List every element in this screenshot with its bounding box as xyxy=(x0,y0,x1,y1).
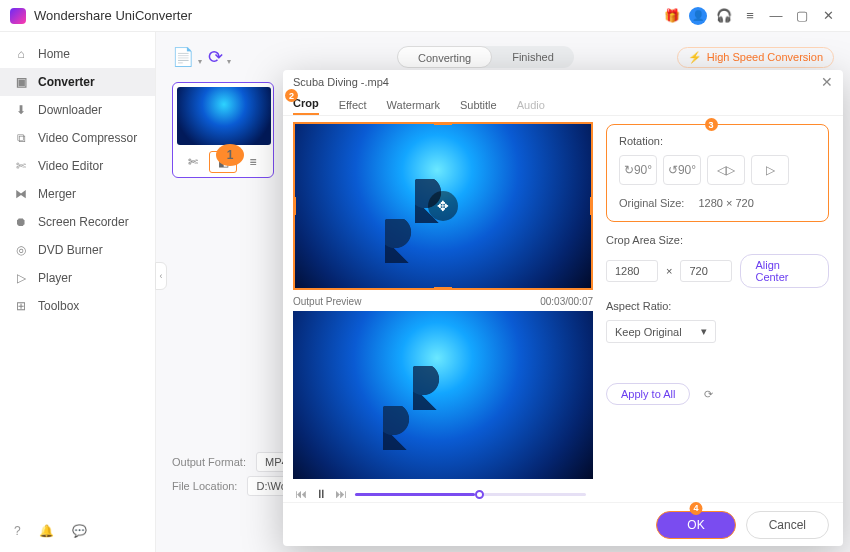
sidebar-item-label: Converter xyxy=(38,75,95,89)
badge-1: 1 xyxy=(216,144,244,166)
sidebar-item-label: Downloader xyxy=(38,103,102,117)
sidebar-item-toolbox[interactable]: ⊞Toolbox xyxy=(0,292,155,320)
editor-filename: Scuba Diving -.mp4 xyxy=(293,76,389,88)
sidebar-item-recorder[interactable]: ⏺Screen Recorder xyxy=(0,208,155,236)
sidebar-item-label: Home xyxy=(38,47,70,61)
crop-icon[interactable]: ◧ 1 xyxy=(209,151,237,173)
help-icon[interactable]: ? xyxy=(14,524,21,538)
window-close-button[interactable]: ✕ xyxy=(816,4,840,28)
sidebar-item-player[interactable]: ▷Player xyxy=(0,264,155,292)
aspect-ratio-select[interactable]: Keep Original ▾ xyxy=(606,320,716,343)
sidebar-item-converter[interactable]: ▣Converter xyxy=(0,68,155,96)
compress-icon: ⧉ xyxy=(14,131,28,145)
apply-to-all-button[interactable]: Apply to All xyxy=(606,383,690,405)
window-max-button[interactable]: ▢ xyxy=(790,4,814,28)
chat-icon[interactable]: 💬 xyxy=(72,524,87,538)
output-preview xyxy=(293,311,593,479)
grid-icon: ⊞ xyxy=(14,299,28,313)
converter-icon: ▣ xyxy=(14,75,28,89)
sidebar-item-dvd[interactable]: ◎DVD Burner xyxy=(0,236,155,264)
sidebar-item-label: Player xyxy=(38,271,72,285)
support-icon[interactable]: 🎧 xyxy=(712,4,736,28)
playback-controls: ⏮ ⏸ ⏭ xyxy=(293,487,588,501)
ok-label: OK xyxy=(687,518,704,532)
playback-time: 00:03/00:07 xyxy=(540,296,593,307)
crop-handle-left[interactable] xyxy=(293,197,296,215)
ok-button[interactable]: 4 OK xyxy=(656,511,735,539)
original-size-value: 1280 × 720 xyxy=(698,197,753,209)
pause-button[interactable]: ⏸ xyxy=(315,487,327,501)
diver-silhouette xyxy=(413,366,447,410)
tab-crop[interactable]: Crop 2 xyxy=(293,97,319,115)
trim-icon[interactable]: ✄ xyxy=(179,151,207,173)
close-icon[interactable]: ✕ xyxy=(821,74,833,90)
badge-4: 4 xyxy=(689,502,702,515)
crop-width-input[interactable] xyxy=(606,260,658,282)
reset-icon[interactable]: ⟳ xyxy=(704,388,713,401)
sidebar-item-label: Video Editor xyxy=(38,159,103,173)
gift-icon[interactable]: 🎁 xyxy=(660,4,684,28)
rotate-cw-button[interactable]: ↻90° xyxy=(619,155,657,185)
rotation-label: Rotation: xyxy=(619,135,816,147)
rotate-ccw-button[interactable]: ↺90° xyxy=(663,155,701,185)
rotation-panel: 3 Rotation: ↻90° ↺90° ◁▷ ▷ Original Size… xyxy=(606,124,829,222)
bell-icon[interactable]: 🔔 xyxy=(39,524,54,538)
next-button[interactable]: ⏭ xyxy=(335,487,347,501)
file-card[interactable]: ✄ ◧ 1 ≡ xyxy=(172,82,274,178)
status-segment: Converting Finished xyxy=(397,46,574,68)
menu-icon[interactable]: ≡ xyxy=(738,4,762,28)
sidebar: ⌂Home ▣Converter ⬇Downloader ⧉Video Comp… xyxy=(0,32,155,552)
record-icon: ⏺ xyxy=(14,215,28,229)
sidebar-item-label: Screen Recorder xyxy=(38,215,129,229)
home-icon: ⌂ xyxy=(14,47,28,61)
prev-button[interactable]: ⏮ xyxy=(295,487,307,501)
add-folder-button[interactable]: ⟳▾ xyxy=(208,46,223,68)
badge-3: 3 xyxy=(705,118,718,131)
sidebar-item-home[interactable]: ⌂Home xyxy=(0,40,155,68)
sidebar-item-compressor[interactable]: ⧉Video Compressor xyxy=(0,124,155,152)
badge-2: 2 xyxy=(285,89,298,102)
tab-converting[interactable]: Converting xyxy=(397,46,492,68)
seek-slider[interactable] xyxy=(355,493,586,496)
diver-silhouette xyxy=(383,406,417,450)
content-toolbar: 📄▾ ⟳▾ Converting Finished ⚡High Speed Co… xyxy=(172,40,834,74)
hsc-label: High Speed Conversion xyxy=(707,51,823,63)
add-file-button[interactable]: 📄▾ xyxy=(172,46,194,68)
sidebar-item-label: DVD Burner xyxy=(38,243,103,257)
sidebar-item-label: Merger xyxy=(38,187,76,201)
disc-icon: ◎ xyxy=(14,243,28,257)
account-icon[interactable]: 👤 xyxy=(686,4,710,28)
cancel-button[interactable]: Cancel xyxy=(746,511,829,539)
tab-watermark[interactable]: Watermark xyxy=(387,99,440,115)
times-icon: × xyxy=(666,265,672,277)
sidebar-item-merger[interactable]: ⧓Merger xyxy=(0,180,155,208)
tab-audio[interactable]: Audio xyxy=(517,99,545,115)
window-min-button[interactable]: — xyxy=(764,4,788,28)
tab-effect[interactable]: Effect xyxy=(339,99,367,115)
collapse-sidebar-button[interactable]: ‹ xyxy=(155,262,167,290)
crop-frame[interactable]: ✥ xyxy=(293,122,593,290)
app-name: Wondershare UniConverter xyxy=(34,8,192,23)
output-preview-label: Output Preview xyxy=(293,296,361,307)
crop-handle-right[interactable] xyxy=(590,197,593,215)
titlebar: Wondershare UniConverter 🎁 👤 🎧 ≡ — ▢ ✕ xyxy=(0,0,850,32)
flip-horizontal-button[interactable]: ◁▷ xyxy=(707,155,745,185)
aspect-ratio-label: Aspect Ratio: xyxy=(606,300,829,312)
download-icon: ⬇ xyxy=(14,103,28,117)
tab-finished[interactable]: Finished xyxy=(492,46,574,68)
sidebar-item-label: Video Compressor xyxy=(38,131,137,145)
file-thumbnail xyxy=(177,87,271,145)
sidebar-item-downloader[interactable]: ⬇Downloader xyxy=(0,96,155,124)
original-size-label: Original Size: xyxy=(619,197,684,209)
crop-height-input[interactable] xyxy=(680,260,732,282)
editor-tabs: Crop 2 Effect Watermark Subtitle Audio xyxy=(283,94,843,116)
merge-icon: ⧓ xyxy=(14,187,28,201)
flip-vertical-button[interactable]: ▷ xyxy=(751,155,789,185)
diver-silhouette xyxy=(385,219,419,263)
app-logo-icon xyxy=(10,8,26,24)
move-icon[interactable]: ✥ xyxy=(428,191,458,221)
tab-subtitle[interactable]: Subtitle xyxy=(460,99,497,115)
sidebar-item-editor[interactable]: ✄Video Editor xyxy=(0,152,155,180)
align-center-button[interactable]: Align Center xyxy=(740,254,829,288)
high-speed-toggle[interactable]: ⚡High Speed Conversion xyxy=(677,47,834,68)
